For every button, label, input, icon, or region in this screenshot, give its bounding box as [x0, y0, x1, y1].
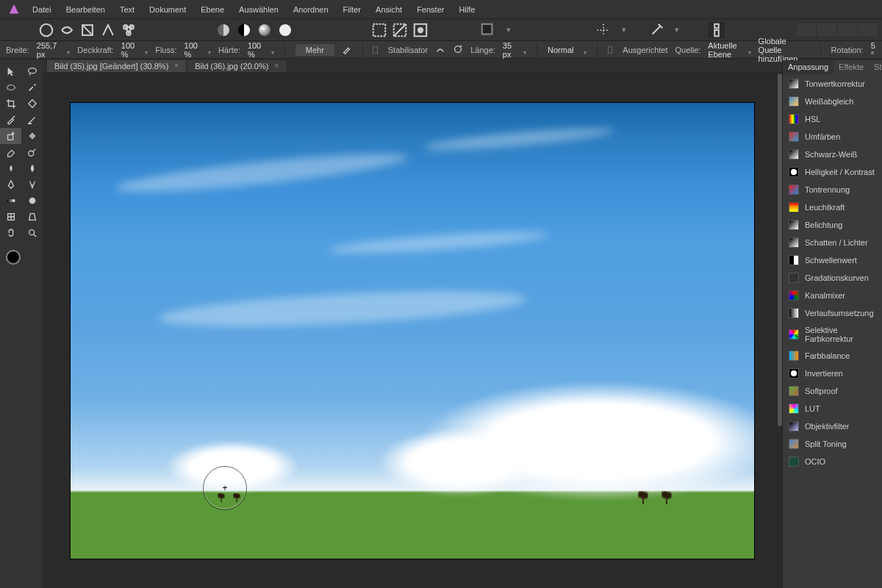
aligned-checkbox[interactable] — [608, 46, 612, 54]
menu-bearbeiten[interactable]: Bearbeiten — [66, 5, 105, 14]
selection-off-icon[interactable] — [392, 22, 408, 38]
liquify-persona-icon[interactable] — [59, 22, 75, 38]
adjustment-item[interactable]: Invertieren — [783, 365, 882, 382]
perspective-icon[interactable] — [21, 209, 43, 225]
menu-auswählen[interactable]: Auswählen — [239, 5, 279, 14]
clip-mode-icon[interactable] — [215, 22, 232, 38]
paint-brush-icon[interactable] — [0, 112, 21, 128]
panel-tab-anpassung[interactable]: Anpassung — [783, 60, 833, 75]
brush-panel-icon[interactable] — [342, 44, 352, 56]
win-restore-button[interactable] — [838, 24, 857, 37]
stabilizer-checkbox[interactable] — [373, 46, 377, 54]
adjustment-item[interactable]: Umfärben — [783, 128, 882, 146]
export-persona-icon[interactable] — [121, 22, 137, 38]
crop-tool-icon[interactable] — [0, 96, 21, 112]
pen-tool-icon[interactable] — [0, 176, 21, 193]
menu-hilfe[interactable]: Hilfe — [459, 5, 475, 14]
assistant-dropdown-icon[interactable]: ▾ — [669, 22, 685, 38]
panel-tab-effekte[interactable]: Effekte — [833, 60, 869, 75]
menu-anordnen[interactable]: Anordnen — [293, 5, 329, 14]
win-close-button[interactable] — [858, 24, 878, 37]
canvas-area[interactable] — [43, 74, 782, 588]
document-tab[interactable]: Bild (35).jpg [Geändert] (30.8%)× — [47, 60, 186, 72]
flow-value[interactable]: 100 % — [184, 41, 198, 59]
swatch-dropdown-icon[interactable]: ▾ — [501, 22, 517, 38]
snapping-icon[interactable] — [595, 22, 612, 38]
info-icon[interactable] — [709, 22, 725, 38]
adjustment-item[interactable]: Belichtung — [783, 216, 882, 234]
blend-mode[interactable]: Normal — [548, 46, 573, 54]
tab-close-icon[interactable]: × — [174, 62, 179, 70]
adjustment-item[interactable]: Split Toning — [783, 435, 882, 453]
marquee-icon[interactable] — [371, 22, 387, 38]
dodge-tool-icon[interactable] — [21, 144, 43, 160]
canvas[interactable] — [71, 103, 754, 559]
length-value[interactable]: 35 px — [503, 41, 514, 59]
quick-mask-icon[interactable] — [412, 22, 429, 38]
healing-tool-icon[interactable] — [21, 128, 43, 144]
global-source-button[interactable]: Globale Quelle hinzufügen — [759, 37, 810, 63]
win-min-button[interactable] — [797, 24, 816, 37]
pixel-tool-icon[interactable] — [21, 112, 43, 128]
adjustment-item[interactable]: Verlaufsumsetzung — [783, 304, 882, 322]
adjustment-item[interactable]: Helligkeit / Kontrast — [783, 163, 882, 181]
adjustment-item[interactable]: Objektivfilter — [783, 417, 882, 435]
gradient-tool-icon[interactable] — [0, 193, 21, 209]
grey-mode-icon[interactable] — [257, 22, 273, 38]
photo-persona-icon[interactable] — [38, 22, 54, 38]
width-value[interactable]: 255,7 px — [37, 41, 57, 59]
smudge-tool-icon[interactable] — [0, 160, 21, 176]
hardness-value[interactable]: 100 % — [248, 41, 261, 59]
adjustment-item[interactable]: Weißabgleich — [783, 93, 882, 110]
color-swatch[interactable] — [6, 250, 26, 270]
adjustment-item[interactable]: Schwarz-Weiß — [783, 146, 882, 163]
panel-tab-stile[interactable]: Stile — [869, 60, 882, 75]
erase-tool-icon[interactable] — [0, 144, 21, 160]
menu-fenster[interactable]: Fenster — [417, 5, 444, 14]
more-button[interactable]: Mehr — [295, 44, 334, 56]
shape-tool-icon[interactable] — [21, 193, 43, 209]
adjustment-item[interactable]: HSL — [783, 110, 882, 128]
rope-mode-icon[interactable] — [435, 44, 445, 56]
text-tool-icon[interactable] — [21, 176, 43, 193]
adjustment-item[interactable]: Selektive Farbkorrektur — [783, 322, 882, 347]
source-value[interactable]: Aktuelle Ebene — [708, 41, 737, 59]
win-max-button[interactable] — [817, 24, 836, 37]
adjustment-item[interactable]: Kanalmixer — [783, 287, 882, 304]
adjustment-item[interactable]: Schwellenwert — [783, 251, 882, 269]
menu-dokument[interactable]: Dokument — [149, 5, 186, 14]
adjustment-item[interactable]: Schatten / Lichter — [783, 234, 882, 251]
adjustment-item[interactable]: LUT — [783, 400, 882, 417]
contrast-mode-icon[interactable] — [236, 22, 252, 38]
adjustment-item[interactable]: OCIO — [783, 453, 882, 470]
opacity-value[interactable]: 100 % — [121, 41, 135, 59]
zoom-tool-icon[interactable] — [21, 225, 43, 241]
window-mode-icon[interactable] — [453, 44, 463, 56]
adjustment-item[interactable]: Farbbalance — [783, 347, 882, 365]
move-tool-icon[interactable] — [0, 63, 21, 79]
mesh-warp-icon[interactable] — [0, 209, 21, 225]
blur-tool-icon[interactable] — [21, 160, 43, 176]
menu-datei[interactable]: Datei — [32, 5, 51, 14]
ellipse-select-icon[interactable] — [0, 79, 21, 96]
swatch-button[interactable] — [480, 22, 496, 38]
develop-persona-icon[interactable] — [79, 22, 96, 38]
adjustment-item[interactable]: Softproof — [783, 382, 882, 400]
menu-text[interactable]: Text — [120, 5, 135, 14]
hand-tool-icon[interactable] — [0, 225, 21, 241]
tone-map-persona-icon[interactable] — [100, 22, 116, 38]
clone-tool-icon[interactable] — [0, 128, 21, 144]
tab-close-icon[interactable]: × — [274, 62, 279, 70]
menu-filter[interactable]: Filter — [343, 5, 361, 14]
assistant-icon[interactable] — [648, 22, 664, 38]
rotation-value[interactable]: 5 ° — [871, 41, 876, 59]
menu-ansicht[interactable]: Ansicht — [376, 5, 402, 14]
white-mode-icon[interactable] — [277, 22, 293, 38]
adjustment-item[interactable]: Tontrennung — [783, 181, 882, 198]
brush-select-icon[interactable] — [21, 79, 43, 96]
adjustment-item[interactable]: Gradationskurven — [783, 269, 882, 287]
snapping-dropdown-icon[interactable]: ▾ — [616, 22, 632, 38]
document-tab[interactable]: Bild (36).jpg (20.0%)× — [187, 60, 286, 72]
menu-ebene[interactable]: Ebene — [201, 5, 224, 14]
adjustment-item[interactable]: Leuchtkraft — [783, 198, 882, 216]
